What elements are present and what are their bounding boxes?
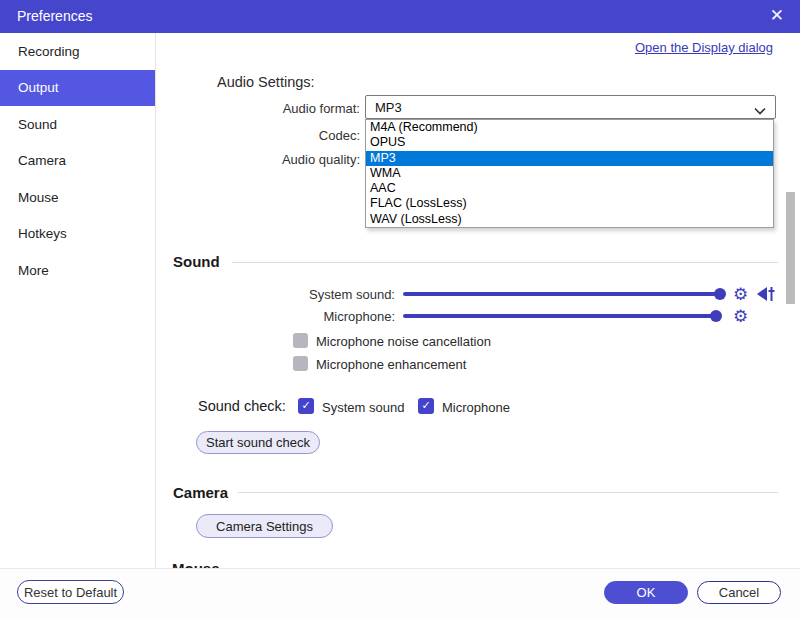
sidebar-item-label: Sound xyxy=(18,117,57,132)
dropdown-option-flac[interactable]: FLAC (LossLess) xyxy=(366,196,773,211)
sound-section-heading: Sound xyxy=(173,253,220,270)
window-title: Preferences xyxy=(17,8,92,24)
sidebar-item-hotkeys[interactable]: Hotkeys xyxy=(0,216,155,253)
audio-format-label: Audio format: xyxy=(240,101,360,116)
start-sound-check-button[interactable]: Start sound check xyxy=(196,431,320,454)
titlebar: Preferences ✕ xyxy=(0,0,800,33)
close-icon[interactable]: ✕ xyxy=(770,5,784,27)
sidebar: Recording Output Sound Camera Mouse Hotk… xyxy=(0,33,156,568)
sidebar-item-camera[interactable]: Camera xyxy=(0,143,155,180)
open-display-dialog-link[interactable]: Open the Display dialog xyxy=(635,40,773,55)
sidebar-item-label: Recording xyxy=(18,44,80,59)
reset-to-default-button[interactable]: Reset to Default xyxy=(17,580,124,604)
microphone-slider-thumb[interactable] xyxy=(710,310,722,322)
sidebar-item-mouse[interactable]: Mouse xyxy=(0,179,155,216)
sidebar-item-label: Camera xyxy=(18,153,66,168)
sound-check-mic-checkbox[interactable]: ✓ xyxy=(418,398,434,414)
dropdown-option-opus[interactable]: OPUS xyxy=(366,135,773,150)
scrollbar-thumb[interactable] xyxy=(786,192,795,304)
chevron-down-icon xyxy=(754,103,766,118)
cancel-button[interactable]: Cancel xyxy=(697,581,781,604)
sidebar-item-label: Mouse xyxy=(18,190,59,205)
system-sound-gear-icon[interactable]: ⚙ xyxy=(733,286,748,303)
audio-quality-label: Audio quality: xyxy=(240,152,360,167)
system-sound-label: System sound: xyxy=(235,287,395,302)
audio-settings-heading: Audio Settings: xyxy=(217,74,315,90)
codec-label: Codec: xyxy=(240,128,360,143)
audio-format-select[interactable]: MP3 xyxy=(365,95,776,119)
sidebar-item-label: Hotkeys xyxy=(18,226,67,241)
microphone-gear-icon[interactable]: ⚙ xyxy=(733,308,748,325)
microphone-slider[interactable] xyxy=(403,314,720,318)
audio-format-value: MP3 xyxy=(375,100,402,115)
enhancement-label: Microphone enhancement xyxy=(316,357,466,372)
noise-cancellation-label: Microphone noise cancellation xyxy=(316,334,491,349)
dropdown-option-mp3[interactable]: MP3 xyxy=(366,151,773,166)
enhancement-checkbox[interactable] xyxy=(293,356,308,371)
sound-divider xyxy=(232,262,778,263)
dropdown-option-wma[interactable]: WMA xyxy=(366,166,773,181)
volume-mixer-icon[interactable] xyxy=(756,286,776,306)
dropdown-option-aac[interactable]: AAC xyxy=(366,181,773,196)
sound-check-system-label: System sound xyxy=(322,400,404,415)
sidebar-item-label: More xyxy=(18,263,49,278)
sound-check-system-checkbox[interactable]: ✓ xyxy=(298,398,314,414)
partial-mouse-heading: Mouse xyxy=(172,560,220,568)
sidebar-item-label: Output xyxy=(18,80,59,95)
dropdown-option-m4a[interactable]: M4A (Recommend) xyxy=(366,120,773,135)
system-sound-slider[interactable] xyxy=(403,292,724,296)
camera-section-heading: Camera xyxy=(173,484,228,501)
noise-cancellation-checkbox[interactable] xyxy=(293,333,308,348)
camera-divider xyxy=(238,492,778,493)
system-sound-slider-thumb[interactable] xyxy=(714,288,726,300)
audio-format-dropdown: M4A (Recommend) OPUS MP3 WMA AAC FLAC (L… xyxy=(365,119,774,228)
sidebar-item-more[interactable]: More xyxy=(0,252,155,289)
dropdown-option-wav[interactable]: WAV (LossLess) xyxy=(366,212,773,227)
sound-check-mic-label: Microphone xyxy=(442,400,510,415)
sidebar-item-sound[interactable]: Sound xyxy=(0,106,155,143)
camera-settings-button[interactable]: Camera Settings xyxy=(196,514,333,538)
sidebar-item-output[interactable]: Output xyxy=(0,70,155,107)
microphone-label: Microphone: xyxy=(235,309,395,324)
sound-check-label: Sound check: xyxy=(198,398,286,414)
ok-button[interactable]: OK xyxy=(604,581,688,604)
sidebar-item-recording[interactable]: Recording xyxy=(0,33,155,70)
